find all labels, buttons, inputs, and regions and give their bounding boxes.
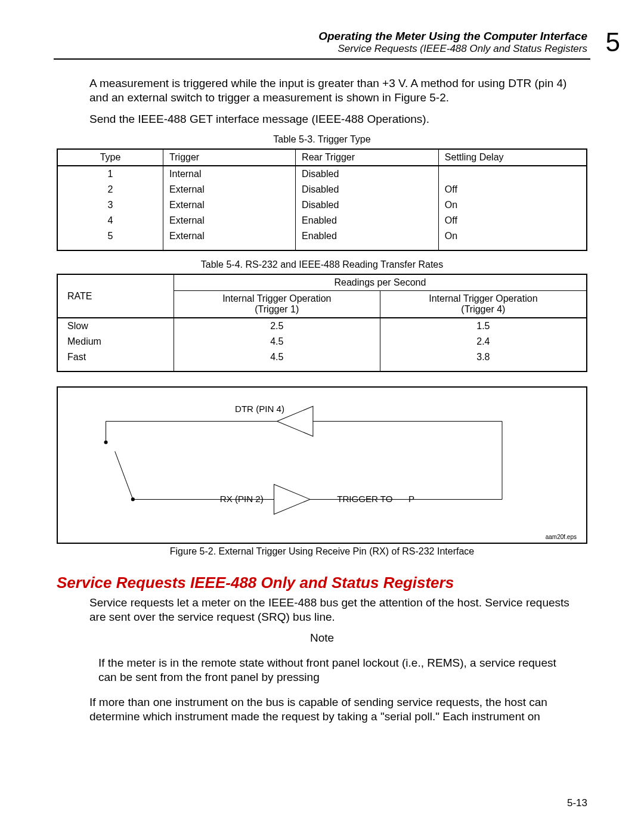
th-readings-per-second: Readings per Second <box>174 274 587 291</box>
circuit-diagram-svg: DTR (PIN 4) RX (PIN 2) TRIGGER TO P <box>58 388 586 543</box>
page-number: 5-13 <box>567 797 587 809</box>
paragraph-5: If more than one instrument on the bus i… <box>89 695 587 724</box>
table-row: 4 External Enabled Off <box>57 213 587 228</box>
th-rear-trigger: Rear Trigger <box>296 149 439 166</box>
svg-line-7 <box>115 451 133 500</box>
th-trigger: Trigger <box>163 149 296 166</box>
table-row: Medium 4.5 2.4 <box>57 334 587 349</box>
paragraph-1: A measurement is triggered while the inp… <box>89 76 587 105</box>
label-dtr: DTR (PIN 4) <box>235 404 284 414</box>
table-row: 5 External Enabled On <box>57 228 587 250</box>
table1-caption: Table 5-3. Trigger Type <box>57 134 587 145</box>
header-rule <box>54 58 590 60</box>
label-trigger: TRIGGER TO <box>337 494 393 504</box>
table-header-row: RATE Readings per Second <box>57 274 587 291</box>
figure-5-2: DTR (PIN 4) RX (PIN 2) TRIGGER TO P aam2… <box>57 386 587 544</box>
page: Operating the Meter Using the Computer I… <box>0 0 644 833</box>
note-label: Note <box>57 631 587 645</box>
header-subtitle: Service Requests (IEEE-488 Only and Stat… <box>57 43 587 55</box>
label-trigger-suffix: P <box>408 494 414 504</box>
th-type: Type <box>57 149 163 166</box>
chapter-number: 5 <box>606 27 620 57</box>
th-rate: RATE <box>57 274 174 318</box>
running-header: Operating the Meter Using the Computer I… <box>57 30 587 55</box>
table-header-row: Type Trigger Rear Trigger Settling Delay <box>57 149 587 166</box>
buffer-icon <box>274 484 309 514</box>
table-row: Fast 4.5 3.8 <box>57 349 587 371</box>
table-row: 2 External Disabled Off <box>57 182 587 197</box>
table-transfer-rates: RATE Readings per Second Internal Trigge… <box>57 274 587 372</box>
section-heading: Service Requests IEEE-488 Only and Statu… <box>57 574 587 592</box>
paragraph-2: Send the IEEE-488 GET interface message … <box>89 112 587 126</box>
table-row: 1 Internal Disabled <box>57 166 587 182</box>
th-settling-delay: Settling Delay <box>438 149 587 166</box>
th-trigger1: Internal Trigger Operation (Trigger 1) <box>174 291 380 318</box>
table-row: 3 External Disabled On <box>57 197 587 213</box>
th-trigger4: Internal Trigger Operation (Trigger 4) <box>380 291 587 318</box>
paragraph-3: Service requests let a meter on the IEEE… <box>89 596 587 624</box>
table2-caption: Table 5-4. RS-232 and IEEE-488 Reading T… <box>57 259 587 270</box>
note-text: If the meter is in the remote state with… <box>98 656 564 685</box>
label-rx: RX (PIN 2) <box>220 494 264 504</box>
figure-caption: Figure 5-2. External Trigger Using Recei… <box>57 546 587 557</box>
table-trigger-type: Type Trigger Rear Trigger Settling Delay… <box>57 148 587 251</box>
table-row: Slow 2.5 1.5 <box>57 318 587 334</box>
header-title: Operating the Meter Using the Computer I… <box>318 30 587 43</box>
figure-eps-label: aam20f.eps <box>546 534 577 540</box>
